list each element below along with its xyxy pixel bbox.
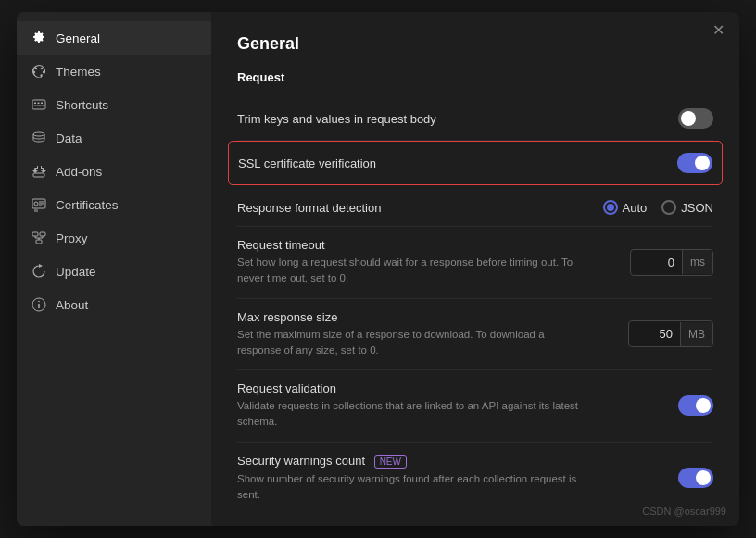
sidebar-label-addons: Add-ons bbox=[56, 165, 102, 179]
svg-rect-10 bbox=[42, 106, 44, 107]
sidebar-item-addons[interactable]: Add-ons bbox=[17, 155, 211, 188]
svg-point-1 bbox=[41, 68, 43, 69]
request-timeout-unit: ms bbox=[682, 250, 712, 274]
max-response-input-group: MB bbox=[628, 320, 713, 347]
main-content: General Request Trim keys and values in … bbox=[211, 12, 739, 526]
setting-desc-security-warnings: Show number of security warnings found a… bbox=[237, 471, 580, 504]
setting-desc-request-timeout: Set how long a request should wait for a… bbox=[237, 255, 580, 287]
svg-rect-6 bbox=[38, 103, 40, 105]
setting-label-ssl-cert: SSL certificate verification bbox=[238, 156, 677, 170]
radio-circle-auto bbox=[603, 200, 618, 215]
palette-icon bbox=[32, 64, 46, 79]
watermark: CSDN @oscar999 bbox=[642, 506, 726, 517]
setting-label-request-timeout: Request timeout bbox=[237, 238, 630, 252]
radio-circle-json bbox=[662, 200, 676, 215]
sidebar-item-about[interactable]: About bbox=[17, 288, 211, 321]
svg-rect-22 bbox=[36, 240, 42, 244]
sidebar-label-update: Update bbox=[56, 265, 96, 279]
setting-row-security-warnings: Security warnings count NEW Show number … bbox=[237, 443, 713, 515]
toggle-request-validation[interactable] bbox=[678, 395, 713, 416]
max-response-unit: MB bbox=[680, 322, 712, 346]
sidebar-label-general: General bbox=[56, 31, 100, 45]
keyboard-icon bbox=[32, 97, 46, 112]
setting-row-request-timeout: Request timeout Set how long a request s… bbox=[237, 227, 713, 299]
svg-point-11 bbox=[33, 132, 44, 136]
section-title-request: Request bbox=[237, 70, 713, 84]
setting-label-request-validation: Request validation bbox=[237, 382, 678, 395]
sidebar-item-themes[interactable]: Themes bbox=[17, 55, 211, 88]
sidebar-label-data: Data bbox=[56, 131, 82, 145]
settings-modal: ✕ General Theme bbox=[17, 12, 739, 526]
radio-json[interactable]: JSON bbox=[662, 200, 713, 215]
svg-rect-12 bbox=[33, 173, 44, 177]
plugin-icon bbox=[32, 164, 46, 179]
sidebar-item-data[interactable]: Data bbox=[17, 121, 211, 155]
sidebar-label-themes: Themes bbox=[56, 65, 101, 79]
svg-point-14 bbox=[34, 202, 38, 206]
info-icon bbox=[32, 297, 46, 312]
setting-row-trim-keys: Trim keys and values in request body bbox=[237, 97, 713, 141]
request-timeout-input-group: ms bbox=[630, 249, 713, 276]
gear-icon bbox=[32, 31, 46, 45]
radio-auto[interactable]: Auto bbox=[603, 200, 648, 215]
svg-rect-7 bbox=[41, 103, 43, 105]
page-title: General bbox=[237, 34, 713, 54]
sidebar-label-certificates: Certificates bbox=[56, 198, 119, 212]
toggle-security-warnings[interactable] bbox=[678, 468, 713, 488]
svg-rect-4 bbox=[32, 100, 45, 109]
sidebar-label-proxy: Proxy bbox=[56, 231, 88, 245]
sidebar-item-proxy[interactable]: Proxy bbox=[17, 221, 211, 255]
max-response-input[interactable] bbox=[629, 321, 680, 346]
svg-rect-21 bbox=[40, 232, 45, 236]
setting-label-security-warnings: Security warnings count NEW bbox=[237, 454, 678, 469]
sidebar-item-general[interactable]: General bbox=[17, 21, 211, 55]
sidebar-item-shortcuts[interactable]: Shortcuts bbox=[17, 88, 211, 121]
svg-rect-8 bbox=[34, 106, 36, 107]
sidebar-item-update[interactable]: Update bbox=[17, 255, 211, 288]
setting-desc-max-response: Set the maximum size of a response to do… bbox=[237, 327, 580, 359]
toggle-ssl-cert[interactable] bbox=[677, 153, 712, 173]
proxy-icon bbox=[32, 231, 46, 245]
certificate-icon bbox=[32, 197, 46, 212]
setting-label-response-format: Response format detection bbox=[237, 201, 603, 215]
setting-row-response-format: Response format detection Auto JSON bbox=[237, 189, 713, 227]
setting-label-max-response: Max response size bbox=[237, 310, 628, 324]
svg-rect-9 bbox=[37, 106, 42, 107]
sidebar-label-shortcuts: Shortcuts bbox=[56, 98, 108, 112]
setting-label-trim-keys: Trim keys and values in request body bbox=[237, 112, 678, 126]
update-icon bbox=[32, 264, 46, 279]
svg-rect-20 bbox=[32, 232, 38, 236]
sidebar-item-certificates[interactable]: Certificates bbox=[17, 188, 211, 221]
svg-rect-5 bbox=[34, 103, 36, 105]
setting-desc-request-validation: Validate requests in collections that ar… bbox=[237, 398, 580, 431]
svg-point-0 bbox=[35, 68, 37, 69]
database-icon bbox=[32, 131, 46, 145]
setting-row-ssl-cert: SSL certificate verification bbox=[228, 141, 723, 185]
setting-row-request-validation: Request validation Validate requests in … bbox=[237, 370, 713, 443]
toggle-trim-keys[interactable] bbox=[678, 108, 713, 129]
sidebar: General Themes bbox=[17, 12, 211, 526]
setting-row-max-response: Max response size Set the maximum size o… bbox=[237, 299, 713, 371]
badge-new: NEW bbox=[374, 455, 407, 469]
sidebar-label-about: About bbox=[56, 298, 88, 312]
svg-point-2 bbox=[43, 71, 44, 73]
radio-label-json: JSON bbox=[681, 201, 713, 215]
close-button[interactable]: ✕ bbox=[710, 21, 726, 38]
request-timeout-input[interactable] bbox=[631, 250, 682, 275]
svg-point-29 bbox=[38, 301, 40, 303]
radio-label-auto: Auto bbox=[623, 201, 648, 215]
